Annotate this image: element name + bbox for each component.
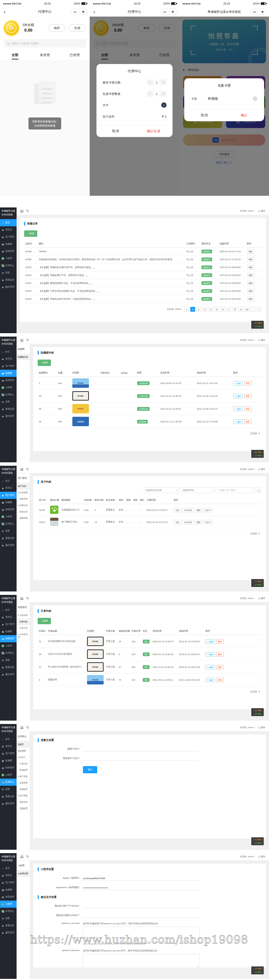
sidebar-item[interactable]: 首页 [0,348,17,355]
minimize-icon[interactable]: ◉ [80,9,88,14]
sidebar-item[interactable]: 应用中心 [0,649,17,657]
refresh-icon[interactable]: ↻ [26,210,29,213]
sidebar-item[interactable]: 管理员 [0,355,17,363]
submenu-item[interactable]: 用户列表 [17,483,30,490]
sidebar-item[interactable]: 用户管理 [0,879,17,886]
sidebar-item[interactable]: 轮播图 [0,628,17,635]
logout-button[interactable]: ⊙退出 [258,597,265,600]
submenu-item[interactable]: ▾ 余额记录 [17,502,30,509]
page-button[interactable]: 5 [214,307,219,312]
submenu-item[interactable]: 功能配置 [17,805,30,812]
sidebar-item[interactable]: 设置 [0,398,17,406]
sidebar-item[interactable]: 搜索记录 [0,793,17,800]
submenu-item[interactable]: ▸ 文件库管理 [17,632,30,640]
delete-button[interactable]: 删除 [247,257,254,262]
sidebar-item[interactable]: 题库管理 [0,800,17,807]
back-chevron-icon[interactable]: ‹ [94,10,95,14]
menu-toggle-icon[interactable] [20,210,23,212]
sidebar-item[interactable]: 轮播图 [0,886,17,893]
sidebar-item[interactable]: 题库管理 [0,542,17,549]
refresh-icon[interactable]: ↻ [26,468,29,471]
nickname-search-input[interactable]: 请输入用户昵称 [218,487,252,493]
logout-button[interactable]: ⊙退出 [258,339,265,342]
submenu-item[interactable]: 导航管理 [17,799,30,805]
delete-button[interactable]: 删除 [244,381,251,385]
search-button[interactable] [255,487,261,493]
submenu-item[interactable]: 类型配置 [17,767,30,773]
submenu-item[interactable]: ▾ 用户充值 [17,773,30,780]
sidebar-item[interactable]: 内容管理 [0,893,17,900]
sidebar-item[interactable]: 题库管理 [0,283,17,291]
text-input[interactable] [83,756,200,761]
delete-button[interactable]: 删除 [216,639,224,644]
level-select[interactable]: 请选择会员等级▾ [144,487,178,493]
edit-button[interactable]: ✎ 编辑 [205,639,215,644]
submenu-item[interactable]: 流量主 [17,741,30,748]
page-button[interactable]: » [256,307,261,312]
add-button[interactable]: + 新增 [24,231,37,237]
sidebar-item[interactable]: 首页 [0,865,17,872]
row-action-button[interactable]: 删除 [195,520,202,525]
row-action-button[interactable]: 删除 [195,508,202,512]
sidebar-item[interactable]: 设置 [0,269,17,276]
submenu-item[interactable]: 生成记录 [17,760,30,767]
sidebar-item[interactable]: 管理员 [0,743,17,750]
delete-button[interactable]: 删除 [247,273,254,277]
delete-button[interactable]: 删除 [216,652,224,657]
sidebar-item[interactable]: 内容管理 [0,248,17,255]
page-button[interactable]: « [184,307,189,312]
more-icon[interactable]: ••• [250,9,258,14]
sidebar-item[interactable]: 内容管理 [0,764,17,772]
submenu-item[interactable]: ▾ 文章管理 [17,612,30,619]
submenu-item[interactable]: 余额明细 [17,515,30,522]
sidebar-item[interactable]: 搜索记录 [0,276,17,283]
sidebar-item[interactable]: 轮播图 [0,240,17,248]
plus-button[interactable]: + [161,80,167,86]
sidebar-item[interactable]: 小程序 [0,772,17,779]
minimize-icon[interactable]: ◉ [169,9,177,14]
refresh-icon[interactable]: ↻ [26,855,29,858]
sidebar-item[interactable]: 应用中心 [0,520,17,527]
add-button[interactable]: + 新增 [38,360,51,366]
key-pem-textarea[interactable] [83,954,200,967]
logout-button[interactable]: ⊙退出 [258,855,265,858]
submenu-item[interactable]: 文章列表 [17,619,30,625]
sidebar-item[interactable]: 应用中心 [0,779,17,786]
sidebar-item[interactable]: 轮播图 [0,370,17,377]
sidebar-item[interactable]: 管理员 [0,485,17,492]
delete-button[interactable]: 删除 [247,281,254,285]
sidebar-item[interactable]: 搜索记录 [0,922,17,929]
row-action-button[interactable]: 会员等级 [182,508,194,512]
mchid-input[interactable] [83,903,200,908]
delete-button[interactable]: 删除 [244,407,251,411]
sidebar-item[interactable]: 内容管理 [0,377,17,384]
more-icon[interactable]: ••• [71,9,79,14]
delete-button[interactable]: 删除 [244,419,251,424]
sidebar-item[interactable]: 设置 [0,786,17,793]
card-key-input[interactable]: 奇偶猫 [208,96,218,101]
sidebar-item[interactable]: 内容管理 [0,635,17,642]
sidebar-item[interactable]: 首页 [0,606,17,614]
apikey-input[interactable] [83,913,200,918]
submenu-item[interactable]: 激励视频 [17,748,30,754]
page-button[interactable]: 7 [226,307,231,312]
sidebar-item[interactable]: 小程序 [0,642,17,649]
sidebar-item[interactable]: 用户管理 [0,492,17,499]
sidebar-item[interactable]: 用户管理 [0,621,17,628]
edit-button[interactable]: ✎ 编辑 [205,652,215,657]
logout-button[interactable]: ⊙退出 [258,209,265,213]
sidebar-item[interactable]: 用户管理 [0,750,17,757]
delete-button[interactable]: 删除 [244,394,251,398]
submenu-item[interactable]: 轮播图列表 [17,354,30,360]
sidebar-item[interactable]: 应用中心 [0,908,17,915]
search-input[interactable]: 请输入卡密进行搜索 [4,39,86,48]
submenu-item[interactable]: 等级管理 [17,496,30,502]
edit-button[interactable]: ✎ 编辑 [233,407,243,411]
sidebar-item[interactable]: 搜索记录 [0,406,17,413]
row-action-button[interactable]: 会员等级 [182,520,194,525]
submenu-item[interactable]: ▾ 会员卡 [17,754,30,760]
submenu-item[interactable]: 充值套餐 [17,780,30,786]
sidebar-item[interactable]: 搜索记录 [0,664,17,671]
generate-button[interactable]: 生成 [68,24,86,32]
submit-button[interactable]: 提交 [83,766,97,773]
